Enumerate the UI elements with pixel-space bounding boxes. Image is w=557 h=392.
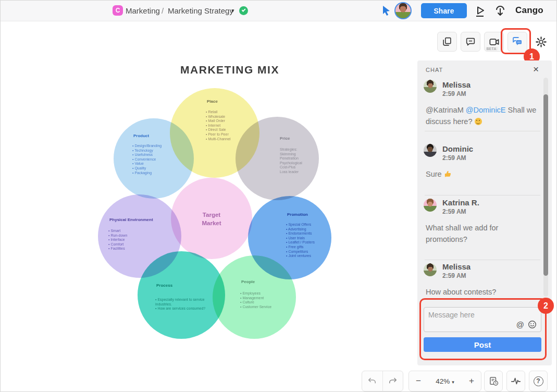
- venn-list-physical-environment: SmartRun-downInterfaceComfortFacilities: [108, 229, 166, 251]
- comments-button[interactable]: [461, 32, 480, 52]
- slightly-smiling-emoji: [475, 118, 482, 125]
- pages-icon: [441, 36, 453, 47]
- message-text: @KatrinaM @DominicE Shall we discuss her…: [426, 104, 537, 127]
- avatar: [424, 199, 437, 212]
- undo-button[interactable]: [362, 371, 382, 391]
- help-button[interactable]: ?: [529, 371, 548, 391]
- activity-button[interactable]: [506, 371, 525, 391]
- thumbs-up-emoji: [444, 170, 452, 178]
- zoom-level: 42%: [436, 377, 450, 385]
- pages-button[interactable]: [437, 32, 457, 52]
- composer-highlight: [419, 298, 547, 360]
- list-item: Joint ventures: [286, 254, 332, 259]
- message-author: Melissa: [442, 262, 471, 271]
- venn-list-price: Strategies:SkimmingPenetrationPsychologi…: [280, 148, 321, 175]
- beta-badge: BETA: [486, 47, 498, 51]
- list-item: Run-down: [108, 234, 166, 238]
- message-text-plain: @KatrinaM: [426, 106, 466, 114]
- list-item: Multi-Channel: [206, 137, 253, 142]
- message-time: 2:59 AM: [442, 154, 466, 162]
- breadcrumb-parent[interactable]: Marketing: [126, 6, 160, 15]
- download-icon[interactable]: [493, 4, 507, 18]
- list-item: Competitors: [286, 250, 332, 254]
- venn-list-people: EmployeesManagementCultureCustomer Servi…: [240, 291, 287, 309]
- close-icon[interactable]: ×: [533, 64, 539, 75]
- message-text: What shall we add for promotions?: [426, 222, 537, 245]
- activity-pulse-icon: [510, 375, 522, 387]
- list-item: Internet: [206, 124, 253, 128]
- message-divider: [425, 131, 540, 131]
- list-item: Strategies:: [280, 148, 321, 152]
- undo-redo-group: [362, 371, 403, 391]
- list-item: Comfort: [108, 242, 166, 247]
- list-item: Direct Sale: [206, 128, 253, 132]
- venn-list-promotion: Special OffersAdvertisingEndorsementsUse…: [286, 223, 332, 259]
- app-window: C Marketing / Marketing Strategy ▾ Share…: [0, 0, 557, 392]
- list-item: Smart: [108, 229, 166, 234]
- list-item: How are services consumed?: [155, 307, 208, 311]
- comment-icon: [465, 36, 476, 47]
- redo-icon: [388, 376, 398, 386]
- top-bar: C Marketing / Marketing Strategy ▾ Share…: [1, 1, 556, 21]
- list-item: Psychological: [280, 161, 321, 166]
- list-item: Skimming: [280, 152, 321, 157]
- list-item: Advertising: [286, 227, 332, 232]
- list-item: Quality: [132, 166, 182, 171]
- collaborator-cursor-icon: [382, 5, 392, 16]
- brand-logo: Cango: [515, 5, 543, 16]
- zoom-out-button[interactable]: −: [416, 376, 421, 386]
- chat-panel-title: CHAT: [426, 67, 443, 73]
- venn-label-product: Product: [133, 133, 149, 138]
- list-item: Customer Service: [240, 305, 287, 310]
- zoom-control: − 42%▾ +: [409, 371, 481, 391]
- avatar[interactable]: [394, 2, 412, 19]
- venn-label-physical-environment: Physical Environment: [109, 217, 153, 222]
- share-button[interactable]: Share: [421, 3, 467, 18]
- workspace-logo[interactable]: C: [113, 5, 123, 16]
- video-camera-icon: [488, 36, 500, 48]
- diagram-title[interactable]: MARKETING MIX: [167, 64, 292, 76]
- version-history-button[interactable]: [484, 371, 503, 391]
- list-item: Usefulness: [132, 153, 182, 157]
- venn-circle-process[interactable]: [138, 251, 225, 339]
- message-text: Sure: [426, 168, 537, 180]
- venn-label-target-market: Target Market: [192, 211, 231, 227]
- message-author: Melissa: [442, 80, 471, 89]
- mention-link[interactable]: @DominicE: [466, 106, 506, 114]
- message-divider: [425, 195, 540, 195]
- zoom-in-button[interactable]: +: [469, 376, 474, 386]
- chat-scrollbar-thumb[interactable]: [543, 94, 548, 276]
- breadcrumb-separator: /: [162, 6, 164, 15]
- list-item: Loss leader: [280, 170, 321, 175]
- chevron-down-icon: ▾: [452, 379, 454, 385]
- list-item: Endorsements: [286, 231, 332, 236]
- list-item: Penetration: [280, 156, 321, 161]
- list-item: User trials: [286, 236, 332, 241]
- avatar: [424, 144, 437, 157]
- redo-button[interactable]: [382, 371, 403, 391]
- list-item: Retail: [206, 110, 253, 115]
- list-item: Packaging: [132, 171, 182, 176]
- list-item: Interface: [108, 238, 166, 242]
- breadcrumb-current[interactable]: Marketing Strategy: [168, 6, 233, 15]
- message-text-plain: Sure: [426, 170, 444, 178]
- zoom-level-dropdown[interactable]: 42%▾: [436, 376, 454, 386]
- avatar: [424, 80, 437, 93]
- message-divider: [425, 260, 540, 260]
- list-item: Management: [240, 296, 287, 301]
- present-icon[interactable]: [473, 5, 487, 18]
- message-time: 2:59 AM: [442, 272, 466, 279]
- list-item: Cost-Plus: [280, 165, 321, 170]
- saved-check-icon: [239, 6, 248, 15]
- list-item: Design/Branding: [132, 144, 182, 149]
- venn-label-people: People: [241, 279, 255, 284]
- list-item: Convenience: [132, 157, 182, 162]
- venn-list-product: Design/BrandingTechnologyUsefulnessConve…: [132, 144, 182, 175]
- chevron-down-icon[interactable]: ▾: [231, 7, 234, 14]
- list-item: Special Offers: [286, 223, 332, 227]
- callout-2-badge: 2: [538, 298, 554, 314]
- venn-list-place: RetailWholesaleMail OrderInternetDirect …: [206, 110, 253, 141]
- gear-icon: [535, 36, 547, 48]
- venn-list-process: Especially relevant to service industrie…: [155, 298, 208, 311]
- message-time: 2:59 AM: [442, 208, 466, 215]
